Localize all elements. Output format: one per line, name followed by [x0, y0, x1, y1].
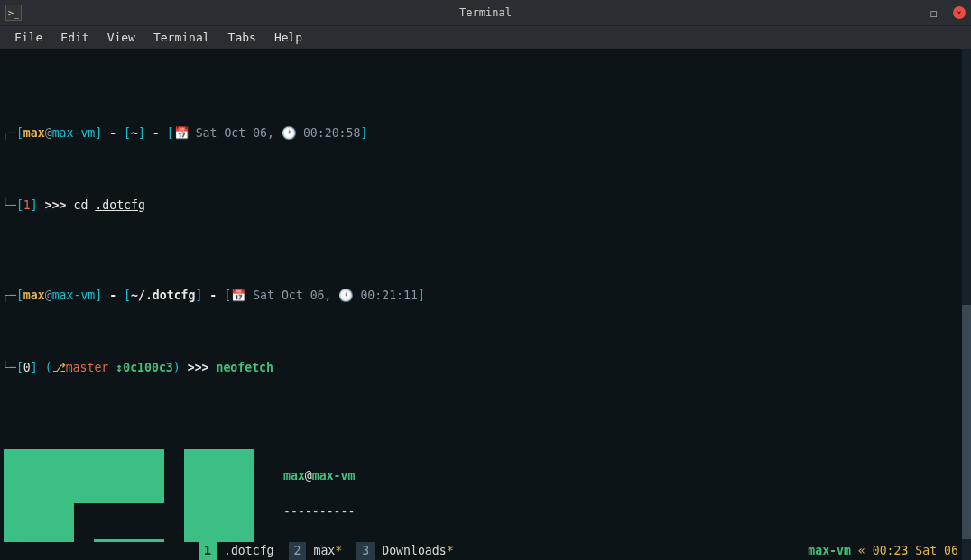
- tmux-clock: 00:23 Sat 06: [873, 542, 958, 560]
- menu-edit[interactable]: Edit: [51, 27, 97, 48]
- tmux-status-bar: 1 .dotcfg 2 max* 3 Downloads* max-vm « 0…: [0, 542, 962, 560]
- window-controls: — ◻ ×: [902, 6, 966, 19]
- close-button[interactable]: ×: [953, 6, 966, 19]
- menu-view[interactable]: View: [98, 27, 144, 48]
- prompt-line: └─[0] (⎇master ↕0c100c3) >>> neofetch: [2, 359, 969, 377]
- terminal-viewport[interactable]: ┌─[max@max-vm] - [~] - [📅 Sat Oct 06, 🕐 …: [0, 49, 971, 560]
- activity-star-icon: *: [447, 544, 454, 557]
- prompt-line: ┌─[max@max-vm] - [~/.dotcfg] - [📅 Sat Oc…: [2, 287, 969, 305]
- calendar-icon: 📅: [231, 289, 253, 302]
- prompt-line: ┌─[max@max-vm] - [~] - [📅 Sat Oct 06, 🕐 …: [2, 124, 969, 142]
- calendar-icon: 📅: [174, 126, 196, 140]
- scrollbar[interactable]: [962, 49, 971, 560]
- tmux-tab-2-index[interactable]: 2: [289, 542, 307, 560]
- menu-terminal[interactable]: Terminal: [144, 27, 219, 48]
- menu-help[interactable]: Help: [265, 27, 311, 48]
- menu-file[interactable]: File: [5, 27, 51, 48]
- tmux-tab-3-label[interactable]: Downloads*: [375, 542, 462, 560]
- clock-icon: 🕐: [282, 126, 303, 140]
- branch-icon: ⎇: [52, 361, 66, 374]
- window-title: Terminal: [0, 6, 971, 19]
- activity-star-icon: *: [335, 544, 342, 557]
- tmux-tab-3-index[interactable]: 3: [356, 542, 375, 560]
- tmux-tab-1-label[interactable]: .dotcfg: [217, 542, 283, 560]
- menu-tabs[interactable]: Tabs: [219, 27, 265, 48]
- tmux-host: max-vm: [808, 542, 851, 560]
- clock-icon: 🕐: [338, 289, 360, 302]
- maximize-button[interactable]: ◻: [928, 6, 940, 19]
- minimize-button[interactable]: —: [902, 6, 915, 19]
- tmux-tab-1-index[interactable]: 1: [199, 542, 217, 560]
- menu-bar: File Edit View Terminal Tabs Help: [0, 25, 971, 49]
- updown-icon: ↕: [116, 361, 123, 374]
- scrollbar-thumb[interactable]: [962, 305, 971, 540]
- tmux-tab-2-label[interactable]: max*: [306, 542, 351, 560]
- prompt-line: └─[1] >>> cd .dotcfg: [2, 197, 969, 215]
- terminal-app-icon: >_: [5, 5, 22, 21]
- window-titlebar: >_ Terminal — ◻ ×: [0, 0, 971, 25]
